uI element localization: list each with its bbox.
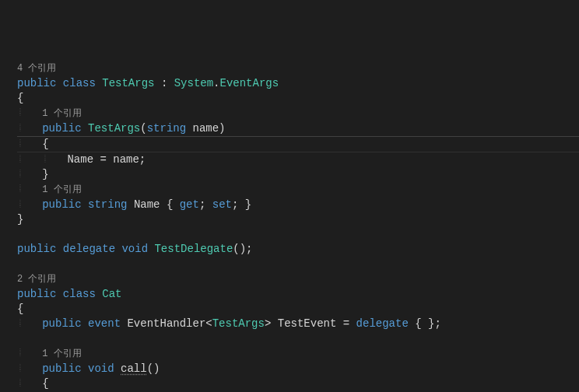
indent-guide: ⸽ (17, 347, 42, 359)
keyword: public (42, 362, 81, 375)
type-name: TestArgs (212, 317, 265, 330)
punct: : (161, 77, 167, 89)
keyword: set (212, 198, 232, 211)
indent-guide: ⸽ (17, 138, 42, 150)
keyword: get (180, 198, 199, 211)
punct: . (213, 77, 219, 89)
param: name (113, 153, 139, 166)
brace: { (42, 138, 48, 150)
brace: } (17, 213, 23, 226)
type-name: TestDelegate (154, 243, 233, 255)
keyword: public (42, 122, 81, 135)
brace: { (167, 198, 173, 211)
indent-guide: ⸽ (17, 198, 42, 211)
indent-guide: ⸽ (17, 183, 42, 195)
type-name: Cat (102, 288, 121, 300)
codelens-refs[interactable]: 1 个引用 (42, 108, 81, 119)
editor-divider: ⸽ { (17, 136, 579, 152)
punct: ; (232, 198, 238, 211)
method-name: call (121, 362, 147, 375)
keyword: string (147, 122, 186, 135)
punct: ; (139, 153, 146, 166)
keyword: string (88, 198, 127, 211)
keyword: public (42, 198, 81, 211)
keyword: delegate (63, 243, 115, 255)
type-name: EventHandler (127, 317, 205, 330)
type-name: System (174, 77, 213, 89)
brace: } (42, 168, 48, 180)
keyword: void (88, 362, 114, 375)
property: Name (134, 198, 160, 211)
indent-guide: ⸽ (17, 362, 42, 375)
brace: { (42, 377, 48, 390)
punct: (); (233, 243, 252, 255)
property: Name (67, 153, 93, 166)
type-name: TestArgs (102, 77, 154, 89)
type-name: EventArgs (220, 77, 279, 89)
keyword: public (17, 77, 56, 89)
keyword: delegate (356, 317, 409, 330)
brace: { }; (415, 317, 441, 330)
punct: = (343, 317, 349, 330)
indent-guide: ⸽ (17, 317, 42, 330)
keyword: class (63, 77, 96, 89)
codelens-refs[interactable]: 4 个引用 (17, 63, 56, 74)
punct: ; (199, 198, 205, 211)
codelens-refs[interactable]: 1 个引用 (42, 184, 81, 195)
param: name (193, 122, 219, 135)
keyword: public (17, 243, 56, 255)
type-name: TestArgs (88, 122, 140, 135)
codelens-refs[interactable]: 2 个引用 (17, 274, 56, 285)
event-name: TestEvent (278, 317, 337, 330)
brace: { (17, 92, 23, 104)
brace: } (245, 198, 251, 211)
brace: { (17, 303, 23, 315)
keyword: event (88, 317, 121, 330)
punct: ( (140, 122, 146, 135)
indent-guide: ⸽ (17, 168, 42, 180)
codelens-refs[interactable]: 1 个引用 (42, 348, 81, 359)
punct: ) (219, 122, 225, 135)
indent-guide: ⸽ (17, 122, 42, 135)
indent-guide: ⸽ ⸽ (17, 153, 67, 166)
keyword: void (121, 243, 148, 255)
indent-guide: ⸽ (17, 107, 42, 119)
punct: () (147, 362, 160, 375)
keyword: public (42, 317, 81, 330)
keyword: class (63, 288, 96, 300)
punct: < (205, 317, 212, 330)
keyword: public (17, 288, 56, 300)
punct: = (100, 153, 106, 166)
punct: > (265, 317, 271, 330)
indent-guide: ⸽ (17, 377, 42, 390)
code-editor[interactable]: 4 个引用 public class TestArgs : System.Eve… (17, 61, 579, 392)
